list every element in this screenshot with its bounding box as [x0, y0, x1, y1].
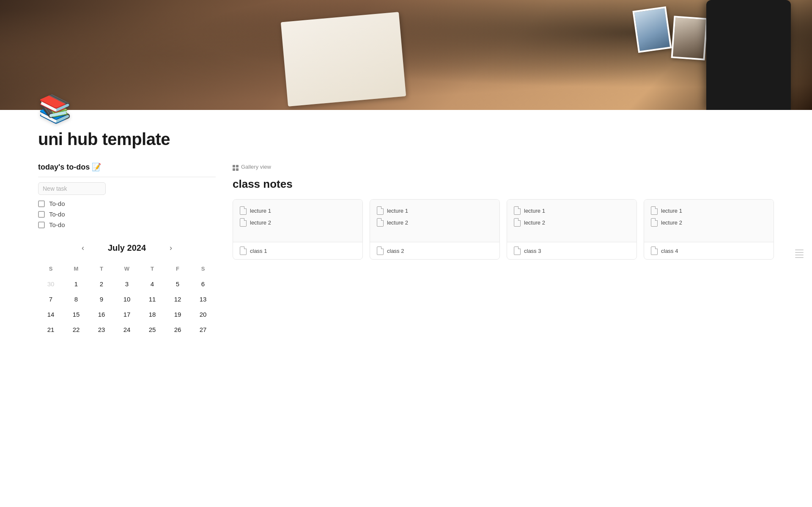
cal-day-30-prev[interactable]: 30: [43, 276, 58, 291]
cal-day-12[interactable]: 12: [170, 291, 185, 307]
cal-day-18[interactable]: 18: [145, 307, 160, 322]
card-2-file-2: lecture 2: [377, 218, 493, 227]
todo-divider: [38, 177, 216, 177]
cal-day-1[interactable]: 1: [69, 276, 84, 291]
cal-day-5[interactable]: 5: [170, 276, 185, 291]
card-2-footer: class 2: [370, 242, 499, 259]
cal-day-3[interactable]: 3: [119, 276, 134, 291]
hero-notebook: [281, 12, 406, 107]
file-icon: [651, 218, 658, 227]
card-2-body: lecture 1 lecture 2: [370, 200, 499, 242]
card-3-file-2-label: lecture 2: [524, 219, 545, 226]
cal-day-4[interactable]: 4: [145, 276, 160, 291]
todo-checkbox-3[interactable]: [38, 222, 45, 228]
gallery-card-1[interactable]: lecture 1 lecture 2 class 1: [233, 199, 363, 260]
page-header: 📚 uni hub template: [0, 93, 812, 149]
card-2-file-1: lecture 1: [377, 206, 493, 215]
card-1-file-2: lecture 2: [240, 218, 356, 227]
file-icon: [651, 206, 658, 215]
file-icon: [240, 218, 247, 227]
gallery-card-2[interactable]: lecture 1 lecture 2 class 2: [370, 199, 500, 260]
file-icon: [514, 206, 521, 215]
scroll-line-2: [795, 252, 804, 253]
cal-day-15[interactable]: 15: [69, 307, 84, 322]
gallery-grid: lecture 1 lecture 2 class 1: [233, 199, 774, 260]
card-1-footer: class 1: [233, 242, 362, 259]
calendar-section: ‹ July 2024 › S M T W T F S 30 1: [38, 242, 216, 337]
card-4-file-2: lecture 2: [651, 218, 767, 227]
scroll-indicator: [795, 249, 804, 258]
cal-day-16[interactable]: 16: [94, 307, 109, 322]
gallery-view-label-text: Gallery view: [241, 164, 271, 170]
calendar-month-label: July 2024: [108, 243, 146, 253]
todo-label-2: To-do: [49, 211, 65, 218]
cal-day-9[interactable]: 9: [94, 291, 109, 307]
file-icon: [514, 218, 521, 227]
cal-day-6[interactable]: 6: [195, 276, 211, 291]
card-4-file-1: lecture 1: [651, 206, 767, 215]
calendar-prev-button[interactable]: ‹: [78, 242, 88, 254]
main-content: today's to-dos 📝 New task To-do To-do To…: [0, 162, 812, 362]
cal-day-24[interactable]: 24: [119, 322, 134, 337]
todo-label-1: To-do: [49, 200, 65, 207]
cal-day-10[interactable]: 10: [119, 291, 134, 307]
scroll-line-1: [795, 249, 804, 250]
card-1-file-1: lecture 1: [240, 206, 356, 215]
todo-checkbox-2[interactable]: [38, 211, 45, 218]
card-2-footer-label: class 2: [387, 248, 404, 254]
cal-day-21[interactable]: 21: [43, 322, 58, 337]
card-3-body: lecture 1 lecture 2: [507, 200, 636, 242]
calendar-day-headers: S M T W T F S: [38, 261, 216, 276]
card-4-file-1-label: lecture 1: [661, 208, 682, 214]
cal-header-thu: T: [145, 261, 160, 276]
file-icon: [377, 247, 384, 255]
gallery-card-4[interactable]: lecture 1 lecture 2 class 4: [644, 199, 774, 260]
cal-day-13[interactable]: 13: [195, 291, 211, 307]
todo-list: To-do To-do To-do: [38, 200, 216, 228]
page-title: uni hub template: [38, 130, 774, 149]
card-1-file-2-label: lecture 2: [250, 219, 271, 226]
card-1-footer-label: class 1: [250, 248, 267, 254]
card-3-file-2: lecture 2: [514, 218, 630, 227]
cal-day-17[interactable]: 17: [119, 307, 134, 322]
cal-day-22[interactable]: 22: [69, 322, 84, 337]
file-icon: [377, 206, 384, 215]
cal-day-8[interactable]: 8: [69, 291, 84, 307]
card-3-footer: class 3: [507, 242, 636, 259]
todo-checkbox-1[interactable]: [38, 200, 45, 207]
gallery-view-toggle[interactable]: Gallery view: [233, 162, 774, 171]
card-1-file-1-label: lecture 1: [250, 208, 271, 214]
card-1-body: lecture 1 lecture 2: [233, 200, 362, 242]
todo-item-2[interactable]: To-do: [38, 211, 216, 218]
cal-day-2[interactable]: 2: [94, 276, 109, 291]
todo-item-3[interactable]: To-do: [38, 221, 216, 228]
cal-day-27[interactable]: 27: [195, 322, 211, 337]
new-task-label: New task: [43, 185, 67, 192]
calendar-next-button[interactable]: ›: [166, 242, 176, 254]
gallery-card-3[interactable]: lecture 1 lecture 2 class 3: [507, 199, 637, 260]
card-4-footer: class 4: [644, 242, 774, 259]
cal-day-26[interactable]: 26: [170, 322, 185, 337]
cal-day-19[interactable]: 19: [170, 307, 185, 322]
cal-header-mon: M: [69, 261, 84, 276]
card-3-file-1-label: lecture 1: [524, 208, 545, 214]
hero-photos: [635, 8, 706, 59]
cal-day-20[interactable]: 20: [195, 307, 211, 322]
cal-day-25[interactable]: 25: [145, 322, 160, 337]
cal-header-sun: S: [43, 261, 58, 276]
todo-item-1[interactable]: To-do: [38, 200, 216, 207]
todo-label-3: To-do: [49, 221, 65, 228]
calendar-header: ‹ July 2024 ›: [38, 242, 216, 254]
cal-header-sat: S: [195, 261, 211, 276]
cal-day-14[interactable]: 14: [43, 307, 58, 322]
cal-header-tue: T: [94, 261, 109, 276]
cal-day-7[interactable]: 7: [43, 291, 58, 307]
calendar-week-2: 7 8 9 10 11 12 13: [38, 291, 216, 307]
gallery-grid-icon: [233, 162, 239, 171]
file-icon: [240, 247, 247, 255]
cal-header-fri: F: [170, 261, 185, 276]
cal-header-wed: W: [119, 261, 134, 276]
new-task-button[interactable]: New task: [38, 182, 106, 195]
cal-day-23[interactable]: 23: [94, 322, 109, 337]
cal-day-11[interactable]: 11: [145, 291, 160, 307]
